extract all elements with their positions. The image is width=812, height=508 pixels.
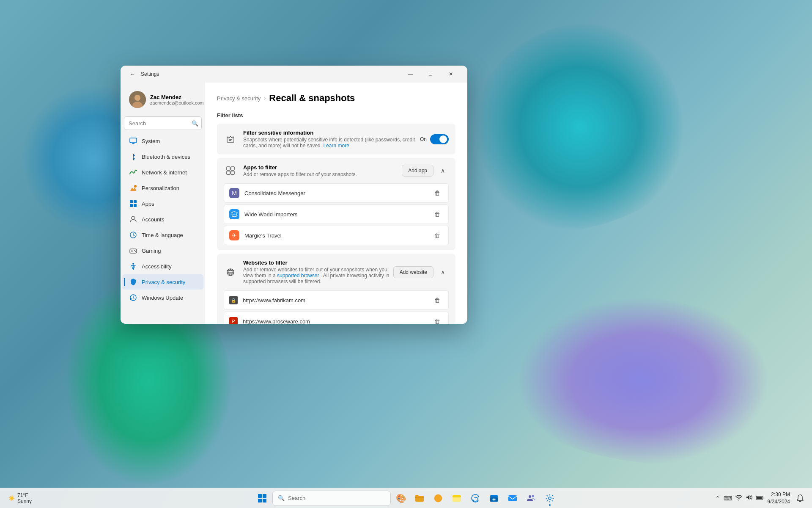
app-item-messenger: M Consolidated Messenger 🗑	[224, 183, 449, 203]
supported-browser-link[interactable]: supported browser	[277, 273, 319, 279]
close-button[interactable]: ✕	[441, 67, 461, 81]
add-website-button[interactable]: Add website	[393, 266, 433, 278]
minimize-button[interactable]: —	[401, 67, 420, 81]
user-name: Zac Mendez	[150, 94, 204, 100]
tray-battery[interactable]	[756, 495, 764, 502]
sidebar-item-accounts[interactable]: Accounts	[122, 212, 203, 227]
sidebar-item-update-label: Windows Update	[142, 295, 183, 301]
svg-rect-6	[130, 200, 133, 203]
update-icon	[129, 293, 137, 302]
apps-filter-action: Add app ∧	[402, 165, 449, 177]
svg-rect-9	[134, 204, 137, 207]
tray-wifi[interactable]	[735, 494, 742, 502]
weather-temp: 71°F	[17, 492, 32, 498]
taskbar-search[interactable]: 🔍 Search	[272, 491, 391, 506]
svg-rect-21	[227, 171, 230, 174]
weather-widget[interactable]: ☀️ 71°F Sunny	[5, 491, 35, 506]
sidebar-item-bluetooth-label: Bluetooth & devices	[142, 154, 190, 160]
sidebar-search-icon: 🔍	[192, 120, 198, 127]
taskbar-app-files[interactable]	[448, 490, 465, 507]
svg-point-38	[549, 497, 551, 500]
taskbar-app-store[interactable]	[486, 490, 502, 507]
messenger-name: Consolidated Messenger	[244, 190, 431, 196]
desktop: ← Settings — □ ✕	[0, 0, 812, 508]
sidebar-item-accounts-label: Accounts	[142, 216, 164, 223]
taskbar-app-settings[interactable]	[541, 490, 558, 507]
delete-fabrikam-button[interactable]: 🗑	[431, 294, 443, 306]
taskbar-app-mail[interactable]	[504, 490, 521, 507]
sidebar-item-system-label: System	[142, 138, 160, 144]
bg-decoration-2	[516, 296, 770, 466]
add-app-button[interactable]: Add app	[402, 165, 433, 177]
fabrikam-url: https://www.fabrikam.com	[243, 297, 431, 304]
apps-to-filter-header: Apps to filter Add or remove apps to fil…	[217, 158, 455, 183]
taskbar-app-explorer[interactable]	[411, 490, 428, 507]
taskbar-left: ☀️ 71°F Sunny	[5, 491, 35, 506]
sidebar-item-bluetooth[interactable]: Bluetooth & devices	[122, 149, 203, 164]
svg-point-3	[134, 95, 140, 101]
sidebar-item-update[interactable]: Windows Update	[122, 290, 203, 305]
sidebar-search-box: 🔍	[124, 116, 202, 130]
taskbar-right: ⌃ ⌨	[715, 491, 807, 505]
apps-expand-button[interactable]: ∧	[437, 165, 449, 177]
websites-filter-desc: Add or remove websites to filter out of …	[243, 267, 393, 284]
svg-rect-19	[227, 167, 230, 170]
accessibility-icon	[129, 262, 137, 271]
websites-filter-icon	[224, 265, 237, 279]
bluetooth-icon	[129, 152, 137, 161]
sidebar: Zac Mendez zacmendez@outlook.com 🔍	[121, 83, 205, 324]
sidebar-item-system[interactable]: System	[122, 133, 203, 149]
tray-sound[interactable]	[746, 494, 752, 502]
sidebar-item-apps[interactable]: Apps	[122, 196, 203, 211]
user-email: zacmendez@outlook.com	[150, 100, 204, 105]
websites-expand-button[interactable]: ∧	[437, 266, 449, 278]
svg-rect-8	[130, 204, 133, 207]
svg-rect-33	[453, 497, 461, 502]
filter-sensitive-toggle[interactable]	[430, 134, 449, 144]
user-profile[interactable]: Zac Mendez zacmendez@outlook.com	[122, 86, 203, 113]
user-info: Zac Mendez zacmendez@outlook.com	[150, 94, 204, 105]
svg-point-36	[529, 495, 531, 498]
active-indicator	[124, 278, 125, 286]
messenger-icon: M	[229, 188, 239, 198]
tray-chevron[interactable]: ⌃	[715, 495, 720, 502]
sidebar-item-gaming[interactable]: Gaming	[122, 243, 203, 258]
taskbar-app-browser[interactable]	[430, 490, 447, 507]
clock[interactable]: 2:30 PM 9/24/2024	[768, 491, 790, 505]
notification-button[interactable]	[793, 491, 807, 505]
apps-filter-title: Apps to filter	[243, 164, 402, 171]
apps-icon	[129, 199, 137, 208]
delete-wwi-button[interactable]: 🗑	[431, 208, 443, 220]
svg-rect-26	[258, 494, 262, 498]
taskbar-app-edge[interactable]	[467, 490, 484, 507]
apps-filter-desc: Add or remove apps to filter out of your…	[243, 171, 402, 177]
tray-keyboard[interactable]: ⌨	[724, 495, 732, 502]
bg-decoration-1	[474, 21, 685, 233]
window-title: Settings	[141, 71, 159, 77]
personalization-icon	[129, 184, 137, 192]
delete-proseware-button[interactable]: 🗑	[431, 315, 443, 324]
websites-filter-title: Websites to filter	[243, 260, 393, 266]
maximize-button[interactable]: □	[421, 67, 440, 81]
sidebar-item-personalization-label: Personalization	[142, 185, 179, 191]
filter-sensitive-learn-more[interactable]: Learn more	[323, 143, 349, 149]
system-icon	[129, 137, 137, 145]
proseware-url: https://www.proseware.com	[243, 318, 431, 324]
sidebar-item-network[interactable]: Network & internet	[122, 165, 203, 180]
delete-messenger-button[interactable]: 🗑	[431, 187, 443, 199]
sidebar-search-input[interactable]	[124, 116, 202, 130]
sidebar-item-time[interactable]: Time & language	[122, 227, 203, 243]
sidebar-item-personalization[interactable]: Personalization	[122, 180, 203, 196]
start-button[interactable]	[254, 490, 271, 507]
title-bar: ← Settings — □ ✕	[121, 66, 467, 83]
sidebar-item-privacy[interactable]: Privacy & security	[122, 274, 203, 290]
breadcrumb-parent[interactable]: Privacy & security	[217, 95, 261, 102]
websites-to-filter-card: Websites to filter Add or remove website…	[217, 254, 455, 324]
taskbar-app-teams[interactable]	[523, 490, 540, 507]
proseware-icon: P	[229, 317, 238, 324]
sidebar-item-accessibility[interactable]: Accessibility	[122, 259, 203, 274]
back-button[interactable]: ←	[127, 69, 137, 79]
delete-travel-button[interactable]: 🗑	[431, 229, 443, 241]
taskbar-app-paint[interactable]: 🎨	[392, 490, 409, 507]
svg-rect-22	[231, 171, 234, 174]
